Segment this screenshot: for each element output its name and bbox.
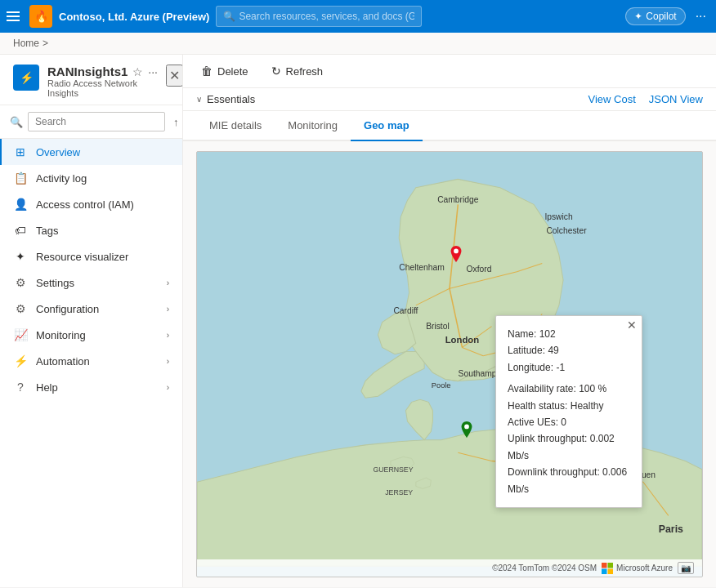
sidebar-search-prev-button[interactable]: ↑ (170, 114, 182, 130)
sidebar-more-icon[interactable]: ··· (148, 65, 158, 78)
svg-rect-37 (602, 563, 607, 568)
sidebar-item-access-control[interactable]: 👤 Access control (IAM) (0, 191, 182, 217)
popup-ues-value: 0 (561, 416, 566, 428)
svg-text:Colchester: Colchester (546, 226, 587, 235)
sidebar-item-label-automation: Automation (36, 355, 90, 368)
essentials-left: ∨ Essentials (196, 93, 255, 105)
map-footer: ©2024 TomTom ©2024 OSM Microsoft Azure 📷 (197, 559, 702, 577)
help-chevron-icon: › (167, 383, 169, 392)
sidebar-item-label-settings: Settings (36, 277, 74, 289)
svg-text:GUERNSEY: GUERNSEY (373, 466, 413, 474)
sidebar-item-label-access-control: Access control (IAM) (36, 198, 134, 211)
sidebar-title-block: RANInsights1 ☆ ··· Radio Access Network … (47, 65, 158, 98)
popup-ues-row: Active UEs: 0 (508, 414, 630, 430)
svg-text:Cardiff: Cardiff (393, 306, 418, 315)
svg-text:London: London (445, 335, 480, 345)
popup-downlink-label: Downlink throughput: (508, 466, 600, 478)
global-search-box[interactable]: 🔍 (216, 6, 421, 27)
configuration-chevron-icon: › (167, 305, 169, 314)
sidebar-item-resource-visualizer[interactable]: ✦ Resource visualizer (0, 243, 182, 270)
svg-point-34 (454, 249, 459, 254)
map-popup: ✕ Name: 102 Latitude: 49 Longitude: -1 (495, 315, 642, 508)
tab-monitoring[interactable]: Monitoring (275, 111, 351, 141)
popup-ues-label: Active UEs: (508, 416, 558, 428)
sidebar-item-label-tags: Tags (36, 225, 58, 237)
hamburger-menu[interactable] (7, 8, 23, 24)
sidebar-item-label-resource-visualizer: Resource visualizer (36, 251, 128, 263)
svg-text:Oxford: Oxford (467, 265, 492, 274)
svg-text:Bristol: Bristol (426, 322, 450, 331)
top-navigation-bar: 🔥 Contoso, Ltd. Azure (Preview) 🔍 ✦ Copi… (0, 0, 716, 33)
sidebar-item-configuration[interactable]: ⚙ Configuration › (0, 296, 182, 322)
map-popup-close-button[interactable]: ✕ (627, 319, 637, 331)
sidebar-item-automation[interactable]: ⚡ Automation › (0, 348, 182, 374)
sidebar-search-icon: 🔍 (10, 116, 23, 128)
automation-chevron-icon: › (167, 357, 169, 366)
breadcrumb-home[interactable]: Home (13, 38, 39, 49)
overview-icon: ⊞ (13, 145, 28, 158)
essentials-chevron-icon[interactable]: ∨ (196, 95, 202, 104)
sidebar-item-overview[interactable]: ⊞ Overview (0, 139, 182, 165)
popup-lat-value: 49 (548, 345, 558, 356)
sidebar-item-settings[interactable]: ⚙ Settings › (0, 270, 182, 296)
tab-geo-map[interactable]: Geo map (351, 111, 423, 141)
map-pin-green-2[interactable] (459, 421, 475, 438)
tabs-bar: MIE details Monitoring Geo map (183, 111, 716, 141)
content-area: 🗑 Delete ↻ Refresh ∨ Essentials View Cos… (183, 55, 716, 587)
map-wrapper[interactable]: Cambridge Ipswich Colchester Cheltenham … (196, 151, 703, 577)
popup-name-row: Name: 102 (508, 326, 630, 342)
sidebar-item-label-monitoring: Monitoring (36, 329, 86, 341)
sidebar-item-label-activity-log: Activity log (36, 172, 87, 185)
sidebar-item-label-configuration: Configuration (36, 303, 99, 315)
sidebar-close-button[interactable]: ✕ (166, 65, 183, 87)
map-camera-icon[interactable]: 📷 (678, 562, 694, 574)
monitoring-icon: 📈 (13, 328, 28, 341)
svg-rect-39 (602, 568, 607, 574)
refresh-button[interactable]: ↻ Refresh (266, 61, 329, 81)
json-view-button[interactable]: JSON View (649, 93, 703, 105)
svg-text:Poole: Poole (432, 381, 451, 390)
sidebar-item-monitoring[interactable]: 📈 Monitoring › (0, 322, 182, 348)
map-footer-azure: Microsoft Azure (602, 563, 673, 574)
automation-icon: ⚡ (13, 354, 28, 368)
svg-point-36 (464, 425, 469, 430)
essentials-bar: ∨ Essentials View Cost JSON View (183, 88, 716, 111)
windows-logo-icon (602, 563, 613, 574)
sidebar: ⚡ RANInsights1 ☆ ··· Radio Access Networ… (0, 55, 183, 587)
copilot-button[interactable]: ✦ Copilot (625, 7, 685, 25)
essentials-right: View Cost JSON View (588, 93, 703, 105)
popup-health-value: Healthy (571, 400, 604, 412)
main-layout: ⚡ RANInsights1 ☆ ··· Radio Access Networ… (0, 55, 716, 587)
svg-text:Ipswich: Ipswich (544, 212, 573, 221)
monitoring-chevron-icon: › (167, 331, 169, 340)
svg-text:Paris: Paris (659, 523, 683, 535)
sidebar-item-help[interactable]: ? Help › (0, 374, 182, 400)
global-search-input[interactable] (239, 11, 414, 22)
popup-lat-row: Latitude: 49 (508, 342, 630, 359)
azure-logo-icon: 🔥 (29, 5, 52, 28)
copilot-icon: ✦ (634, 11, 642, 22)
map-pin-red[interactable] (448, 246, 464, 262)
refresh-icon: ↻ (271, 65, 281, 78)
sidebar-search-input[interactable] (28, 112, 165, 131)
help-icon: ? (13, 381, 28, 394)
popup-lon-value: -1 (556, 362, 565, 373)
favorite-star-icon[interactable]: ☆ (132, 65, 143, 78)
sidebar-item-tags[interactable]: 🏷 Tags (0, 217, 182, 243)
popup-avail-value: 100 % (579, 383, 606, 394)
breadcrumb: Home > (0, 33, 716, 55)
delete-button[interactable]: 🗑 Delete (196, 61, 253, 81)
sidebar-search-area: 🔍 ↑ « (0, 105, 182, 139)
sidebar-item-activity-log[interactable]: 📋 Activity log (0, 165, 182, 191)
sidebar-header: ⚡ RANInsights1 ☆ ··· Radio Access Networ… (0, 55, 182, 105)
more-options-icon[interactable]: ··· (692, 6, 709, 27)
popup-lon-label: Longitude: (508, 362, 553, 373)
view-cost-button[interactable]: View Cost (588, 93, 635, 105)
tab-mie-details[interactable]: MIE details (196, 111, 275, 141)
activity-log-icon: 📋 (13, 172, 28, 185)
popup-downlink-row: Downlink throughput: 0.006 Mb/s (508, 464, 630, 497)
popup-avail-label: Availability rate: (508, 383, 576, 394)
popup-health-row: Health status: Healthy (508, 398, 630, 414)
access-control-icon: 👤 (13, 198, 28, 211)
popup-lon-row: Longitude: -1 (508, 359, 630, 376)
